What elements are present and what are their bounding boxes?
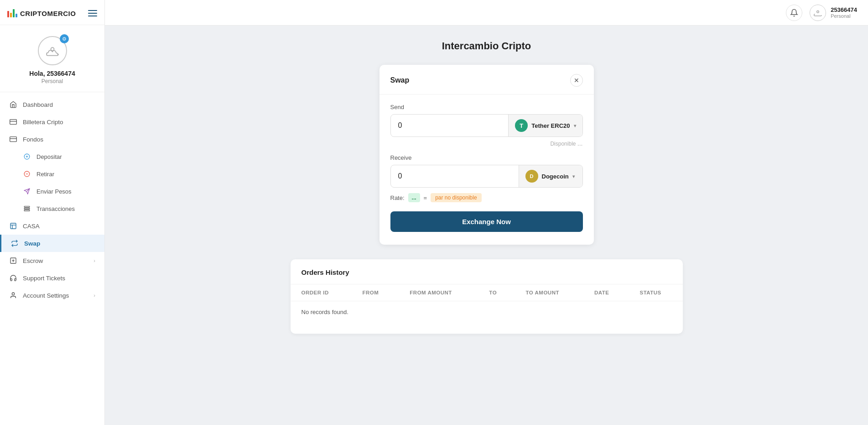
chevron-right-icon: › xyxy=(94,258,95,263)
svg-rect-3 xyxy=(10,137,17,142)
send-token-label: Tether ERC20 xyxy=(531,122,570,129)
col-to-amount: TO AMOUNT xyxy=(515,284,583,301)
receive-section: Receive D Dogecoin ▾ xyxy=(390,154,583,188)
main-content: 25366474 Personal Intercambio Cripto Swa… xyxy=(105,0,868,425)
col-to: TO xyxy=(478,284,515,301)
sidebar-item-label: Escrow xyxy=(23,257,43,264)
swap-body: Send T Tether ERC20 ▾ Disponible ... xyxy=(379,94,594,232)
sidebar-item-label: CASA xyxy=(23,223,40,230)
swap-card-title: Swap xyxy=(390,76,410,84)
rate-equals: = xyxy=(424,194,427,201)
rate-from-badge: ... xyxy=(408,193,420,202)
topbar-user-id: 25366474 xyxy=(831,6,857,13)
profile-type: Personal xyxy=(42,78,63,84)
orders-history-card: Orders History ORDER ID FROM FROM AMOUNT… xyxy=(291,259,683,334)
svg-rect-12 xyxy=(24,206,30,207)
swap-card-header: Swap ✕ xyxy=(379,65,594,94)
avatar-gear-icon[interactable]: ⚙ xyxy=(60,34,69,43)
svg-rect-13 xyxy=(24,208,30,209)
sidebar-item-depositar[interactable]: Depositar xyxy=(0,148,104,165)
notification-bell-button[interactable] xyxy=(786,5,802,21)
sidebar: CRIPTOMERCIO ⚙ Hola, 25366474 Personal xyxy=(0,0,105,425)
sidebar-nav: Dashboard Billetera Cripto Fondos xyxy=(0,92,104,425)
swap-card: Swap ✕ Send T Tether ERC20 ▾ xyxy=(379,65,594,245)
orders-table-body: No records found. xyxy=(291,301,683,323)
col-order-id: ORDER ID xyxy=(291,284,352,301)
rate-label: Rate: xyxy=(390,194,405,201)
logo-bar-green xyxy=(13,9,15,17)
receive-amount-input[interactable] xyxy=(391,166,519,187)
swap-icon xyxy=(10,239,19,247)
orders-table: ORDER ID FROM FROM AMOUNT TO TO AMOUNT D… xyxy=(291,284,683,323)
menu-line-1 xyxy=(88,10,97,11)
page-content: Intercambio Cripto Swap ✕ Send T Tether … xyxy=(105,26,868,425)
plus-circle-icon xyxy=(23,152,31,161)
profile-greeting: Hola, 25366474 xyxy=(29,70,75,77)
sidebar-item-label: Retirar xyxy=(36,171,54,178)
svg-point-0 xyxy=(51,47,54,51)
col-from-amount: FROM AMOUNT xyxy=(399,284,478,301)
logo-bars xyxy=(7,9,17,17)
logo-bar-red xyxy=(7,11,9,17)
sidebar-profile: ⚙ Hola, 25366474 Personal xyxy=(0,25,104,92)
orders-history-header: Orders History xyxy=(291,259,683,284)
sidebar-brand-header: CRIPTOMERCIO xyxy=(0,0,104,25)
sidebar-item-enviar-pesos[interactable]: Enviar Pesos xyxy=(0,183,104,200)
available-dots: ... xyxy=(577,140,583,147)
no-records-message: No records found. xyxy=(291,301,683,323)
col-status: STATUS xyxy=(629,284,683,301)
list-icon xyxy=(23,205,31,213)
sidebar-item-account-settings[interactable]: Account Settings › xyxy=(0,287,104,304)
topbar-user-info: 25366474 Personal xyxy=(831,6,857,19)
credit-card-icon xyxy=(9,135,17,143)
rate-row: Rate: ... = par no disponible xyxy=(390,193,583,202)
sidebar-item-billetera-cripto[interactable]: Billetera Cripto xyxy=(0,113,104,131)
sidebar-item-support-tickets[interactable]: Support Tickets xyxy=(0,269,104,287)
minus-circle-icon xyxy=(23,170,31,178)
send-input-row: T Tether ERC20 ▾ xyxy=(390,114,583,137)
page-title: Intercambio Cripto xyxy=(123,40,850,52)
topbar-user-type: Personal xyxy=(831,13,857,19)
exchange-now-button[interactable]: Exchange Now xyxy=(390,211,583,232)
send-token-chevron-icon: ▾ xyxy=(574,123,576,128)
swap-close-button[interactable]: ✕ xyxy=(570,74,583,87)
avatar-wrapper: ⚙ xyxy=(38,36,67,65)
home-icon xyxy=(9,100,17,109)
sidebar-item-retirar[interactable]: Retirar xyxy=(0,165,104,183)
svg-rect-15 xyxy=(10,223,16,229)
send-icon xyxy=(23,187,31,195)
brand-name: CRIPTOMERCIO xyxy=(20,10,76,17)
receive-token-selector[interactable]: D Dogecoin ▾ xyxy=(519,165,582,187)
receive-input-row: D Dogecoin ▾ xyxy=(390,165,583,188)
sidebar-item-swap[interactable]: Swap xyxy=(0,235,104,252)
topbar-user-menu[interactable]: 25366474 Personal xyxy=(810,5,857,21)
logo: CRIPTOMERCIO xyxy=(7,9,76,17)
svg-rect-1 xyxy=(10,120,17,125)
sidebar-item-label: Depositar xyxy=(36,153,62,160)
col-from: FROM xyxy=(351,284,399,301)
sidebar-item-label: Fondos xyxy=(23,136,43,143)
logo-bar-blue xyxy=(16,14,17,17)
orders-history-title: Orders History xyxy=(301,268,349,276)
send-token-selector[interactable]: T Tether ERC20 ▾ xyxy=(508,115,582,136)
send-amount-input[interactable] xyxy=(391,115,509,136)
sidebar-item-label: Transacciones xyxy=(36,205,75,212)
menu-line-2 xyxy=(88,13,97,14)
sidebar-item-transacciones[interactable]: Transacciones xyxy=(0,200,104,217)
logo-bar-orange xyxy=(10,13,12,17)
available-label: Disponible xyxy=(550,141,576,147)
sidebar-item-label: Billetera Cripto xyxy=(23,119,63,126)
topbar: 25366474 Personal xyxy=(105,0,868,26)
table-row-empty: No records found. xyxy=(291,301,683,323)
sidebar-item-label: Enviar Pesos xyxy=(36,188,72,195)
sidebar-item-fondos[interactable]: Fondos xyxy=(0,131,104,148)
sidebar-item-escrow[interactable]: Escrow › xyxy=(0,252,104,269)
sidebar-item-label: Account Settings xyxy=(23,292,69,299)
user-icon xyxy=(9,291,17,299)
sidebar-item-casa[interactable]: CASA xyxy=(0,217,104,235)
headset-icon xyxy=(9,274,17,282)
sidebar-item-dashboard[interactable]: Dashboard xyxy=(0,96,104,113)
sidebar-item-label: Support Tickets xyxy=(23,275,65,282)
hamburger-menu-icon[interactable] xyxy=(88,10,97,16)
receive-token-label: Dogecoin xyxy=(542,173,569,180)
